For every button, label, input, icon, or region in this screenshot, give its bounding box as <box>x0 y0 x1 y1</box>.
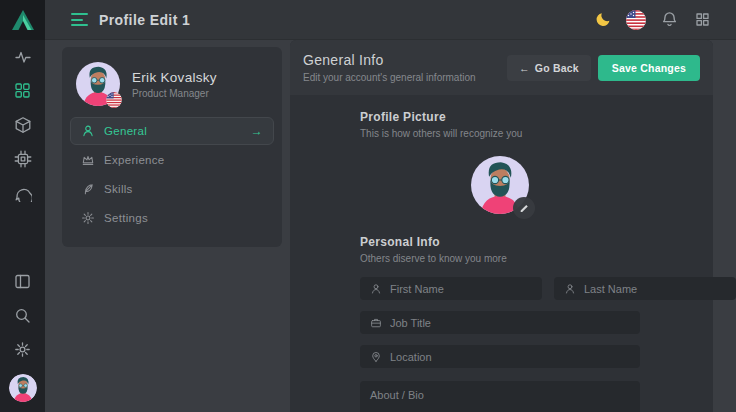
section-subtitle: This is how others will recognize you <box>360 128 640 139</box>
cube-icon[interactable] <box>13 115 32 134</box>
profile-menu: General → Experience Skills Settings <box>70 117 274 233</box>
section-subtitle: Others diserve to know you more <box>360 253 640 264</box>
general-info-panel: General Info Edit your account's general… <box>290 40 713 412</box>
arrow-right-icon: → <box>251 124 263 138</box>
layout-icon[interactable] <box>13 272 32 291</box>
briefcase-icon <box>370 317 382 329</box>
about-bio-textarea[interactable] <box>360 381 640 412</box>
moon-icon[interactable] <box>593 10 613 30</box>
save-changes-button[interactable]: Save Changes <box>598 55 700 81</box>
gear-icon[interactable] <box>13 340 32 359</box>
arrow-left-icon: ← <box>519 62 530 74</box>
feather-icon <box>81 182 95 196</box>
rail-user-avatar[interactable] <box>9 374 37 402</box>
user-icon <box>81 124 95 138</box>
apps-grid-icon[interactable] <box>692 10 712 30</box>
map-pin-icon <box>370 351 382 363</box>
brand-logo[interactable] <box>0 0 45 40</box>
menu-item-label: Skills <box>104 183 133 195</box>
profile-picture-section: Profile Picture This is how others will … <box>360 110 640 214</box>
last-name-field[interactable] <box>554 277 736 300</box>
location-input[interactable] <box>390 351 630 363</box>
menu-item-experience[interactable]: Experience <box>70 146 274 174</box>
page-title: Profile Edit 1 <box>99 12 190 28</box>
last-name-input[interactable] <box>584 283 726 295</box>
panel-header: General Info Edit your account's general… <box>290 40 713 95</box>
panel-title: General Info <box>303 52 476 68</box>
us-flag-badge-icon <box>106 92 122 108</box>
personal-info-section: Personal Info Others diserve to know you… <box>360 235 640 412</box>
save-changes-label: Save Changes <box>612 62 686 74</box>
edit-avatar-button[interactable] <box>513 197 535 219</box>
chat-icon[interactable] <box>13 183 32 202</box>
crown-icon <box>81 153 95 167</box>
go-back-button[interactable]: ← Go Back <box>507 55 591 81</box>
chip-icon[interactable] <box>13 149 32 168</box>
menu-item-label: Experience <box>104 154 165 166</box>
job-title-field[interactable] <box>360 311 640 334</box>
user-avatar <box>76 62 120 106</box>
profile-picture-avatar <box>471 156 529 214</box>
first-name-field[interactable] <box>360 277 542 300</box>
menu-item-general[interactable]: General → <box>70 117 274 145</box>
first-name-input[interactable] <box>390 283 532 295</box>
search-icon[interactable] <box>13 306 32 325</box>
profile-card: Erik Kovalsky Product Manager General → … <box>62 47 282 247</box>
location-field[interactable] <box>360 345 640 368</box>
personal-info-form <box>360 277 640 412</box>
menu-item-label: General <box>104 125 147 137</box>
user-icon <box>370 283 382 295</box>
triangle-logo-icon <box>11 9 35 31</box>
activity-icon[interactable] <box>13 47 32 66</box>
user-icon <box>564 283 576 295</box>
gear-icon <box>81 211 95 225</box>
bell-icon[interactable] <box>659 10 679 30</box>
section-title: Profile Picture <box>360 110 640 124</box>
menu-item-skills[interactable]: Skills <box>70 175 274 203</box>
icon-rail <box>0 0 45 412</box>
app-window: Profile Edit 1 E <box>0 0 736 412</box>
panel-subtitle: Edit your account's general information <box>303 72 476 83</box>
menu-icon[interactable] <box>71 13 88 26</box>
menu-item-settings[interactable]: Settings <box>70 204 274 232</box>
section-title: Personal Info <box>360 235 640 249</box>
us-flag-icon[interactable] <box>626 10 646 30</box>
dashboard-grid-icon[interactable] <box>13 81 32 100</box>
topbar: Profile Edit 1 <box>45 0 736 40</box>
pencil-icon <box>519 203 529 214</box>
menu-item-label: Settings <box>104 212 148 224</box>
user-role: Product Manager <box>132 88 217 99</box>
job-title-input[interactable] <box>390 317 630 329</box>
user-name: Erik Kovalsky <box>132 70 217 85</box>
go-back-label: Go Back <box>535 62 579 74</box>
